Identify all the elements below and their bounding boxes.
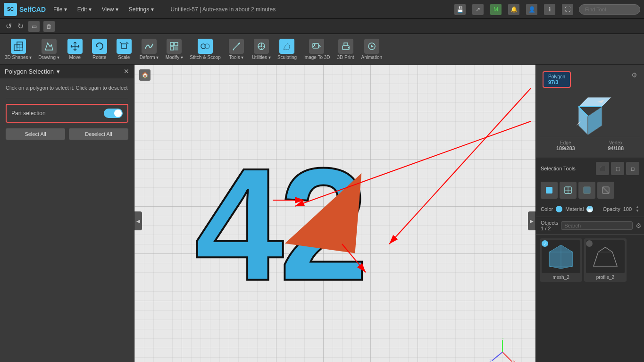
object-check-mesh2: ✓ xyxy=(542,240,548,247)
animation-icon xyxy=(364,39,379,54)
redo-button[interactable]: ↻ xyxy=(16,20,25,33)
part-selection-row: Part selection xyxy=(6,104,128,123)
material-swatch[interactable] xyxy=(586,206,593,212)
menu-view[interactable]: View ▾ xyxy=(99,4,121,15)
find-tool-input[interactable] xyxy=(579,4,640,15)
tool-3d-print[interactable]: 3D Print xyxy=(334,37,358,62)
tool-drawing[interactable]: Drawing ▾ xyxy=(35,37,62,62)
part-selection-toggle[interactable] xyxy=(104,109,123,118)
deform-icon xyxy=(142,39,157,54)
svg-text:Z: Z xyxy=(489,359,492,362)
view-modes xyxy=(536,179,644,202)
object-card-mesh2[interactable]: ✓ mesh_2 xyxy=(540,238,582,282)
settings-gear-button[interactable]: ⚙ xyxy=(631,71,637,79)
tool-rotate[interactable]: Rotate xyxy=(88,37,111,62)
view-mode-solid[interactable] xyxy=(541,182,558,199)
main-toolbar: 3D Shapes ▾ Drawing ▾ Move Rotate Scale … xyxy=(0,34,644,65)
info-icon[interactable]: ℹ xyxy=(544,4,555,15)
color-swatch[interactable] xyxy=(556,206,562,212)
svg-marker-35 xyxy=(588,107,602,135)
app-logo: SC SelfCAD xyxy=(4,3,46,16)
right-panel: Polygon 97/3 ⚙ xyxy=(535,65,644,362)
fullscreen-icon[interactable]: ⛶ xyxy=(562,4,573,15)
panel-body: Click on a polygon to select it. Click a… xyxy=(0,78,134,362)
tool-utilities[interactable]: Utilities ▾ xyxy=(249,37,274,62)
tool-animation[interactable]: Animation xyxy=(359,37,385,62)
menu-settings[interactable]: Settings ▾ xyxy=(126,4,157,15)
scale-icon xyxy=(117,39,132,54)
svg-line-27 xyxy=(502,352,512,362)
tablet-icon[interactable]: ▭ xyxy=(28,21,40,32)
panel-close-button[interactable]: ✕ xyxy=(124,67,129,75)
tool-stitch-scoop[interactable]: Stitch & Scoop xyxy=(187,37,224,62)
modify-icon xyxy=(167,39,182,54)
menu-file[interactable]: File ▾ xyxy=(50,4,70,15)
polygon-info-box: Polygon 97/3 xyxy=(543,71,571,88)
right-header-row: Polygon 97/3 ⚙ xyxy=(540,68,640,91)
deselect-all-button[interactable]: Deselect All xyxy=(69,128,128,140)
tool-3d-shapes[interactable]: 3D Shapes ▾ xyxy=(2,37,34,62)
edge-stat: Edge 189/283 xyxy=(556,140,575,151)
opacity-stepper[interactable]: ▲ ▼ xyxy=(636,205,639,213)
undo-button[interactable]: ↺ xyxy=(4,20,14,33)
polygon-label: Polygon xyxy=(548,74,565,79)
view-cube[interactable] xyxy=(569,93,611,135)
search-input[interactable] xyxy=(561,221,633,230)
object-name-mesh2: mesh_2 xyxy=(542,275,580,280)
save-icon[interactable]: 💾 xyxy=(454,4,466,15)
user-m-icon[interactable]: M xyxy=(490,4,502,15)
right-top-section: Polygon 97/3 ⚙ xyxy=(536,65,644,158)
tool-sculpting[interactable]: Sculpting xyxy=(275,37,300,62)
geo-info: Edge 189/283 Vertex 94/188 xyxy=(540,137,640,154)
tool-scale[interactable]: Scale xyxy=(112,37,136,62)
topbar: SC SelfCAD File ▾ Edit ▾ View ▾ Settings… xyxy=(0,0,644,19)
object-check-profile2 xyxy=(586,240,593,247)
svg-line-31 xyxy=(492,352,502,361)
objects-settings-button[interactable]: ⚙ xyxy=(636,222,642,229)
sel-icon-1[interactable]: ⬛ xyxy=(596,162,609,175)
svg-point-11 xyxy=(205,44,209,49)
svg-rect-38 xyxy=(546,187,552,194)
left-panel-collapse-button[interactable]: ◀ xyxy=(134,211,142,230)
profile2-thumb-svg xyxy=(589,243,622,271)
vertex-stat: Vertex 94/188 xyxy=(608,140,624,151)
drawing-icon xyxy=(42,39,57,54)
menu-edit[interactable]: Edit ▾ xyxy=(75,4,94,15)
bell-icon[interactable]: 🔔 xyxy=(508,4,519,15)
panel-title: Polygon Selection ▾ xyxy=(5,68,60,75)
sel-icon-2[interactable]: ⬚ xyxy=(611,162,624,175)
tool-modify[interactable]: Modify ▾ xyxy=(162,37,186,62)
sel-icon-3[interactable]: ◻ xyxy=(626,162,639,175)
trash-icon[interactable]: 🗑 xyxy=(43,21,55,32)
select-all-button[interactable]: Select All xyxy=(6,128,65,140)
tool-deform[interactable]: Deform ▾ xyxy=(137,37,162,62)
mesh2-thumb-svg xyxy=(544,243,577,271)
main-area: Polygon Selection ▾ ✕ Click on a polygon… xyxy=(0,65,644,362)
3d-print-icon xyxy=(338,39,353,54)
selected-polygon-triangle[interactable] xyxy=(285,164,366,253)
object-name-profile2: profile_2 xyxy=(586,275,625,280)
axis-indicator: X Y Z xyxy=(488,338,517,362)
view-mode-wireframe[interactable] xyxy=(560,182,577,199)
svg-text:Y: Y xyxy=(502,338,504,340)
view-mode-hidden[interactable] xyxy=(597,182,614,199)
right-panel-collapse-button[interactable]: ▶ xyxy=(528,211,535,230)
tool-image-to-3d[interactable]: Image To 3D xyxy=(301,37,333,62)
object-card-profile2[interactable]: profile_2 xyxy=(584,238,627,282)
share-icon[interactable]: ↗ xyxy=(472,4,484,15)
part-selection-label: Part selection xyxy=(11,110,46,117)
canvas-area[interactable]: 42 🏠 X Y xyxy=(134,65,535,362)
toolbar-secondary: ↺ ↻ ▭ 🗑 xyxy=(0,19,644,34)
opacity-label: Opacity xyxy=(602,206,620,212)
view-mode-xray[interactable] xyxy=(578,182,595,199)
file-title: Untitled-57 | Auto-save in about 2 minut… xyxy=(171,6,276,13)
account-icon[interactable]: 👤 xyxy=(526,4,537,15)
tool-tools[interactable]: Tools ▾ xyxy=(225,37,248,62)
tool-move[interactable]: Move xyxy=(63,37,87,62)
panel-dropdown-icon[interactable]: ▾ xyxy=(57,68,60,75)
nav-home-icon[interactable]: 🏠 xyxy=(139,69,151,81)
svg-marker-33 xyxy=(578,97,611,107)
3d-shapes-icon xyxy=(11,39,26,54)
svg-rect-9 xyxy=(175,47,178,50)
svg-rect-6 xyxy=(170,42,174,46)
